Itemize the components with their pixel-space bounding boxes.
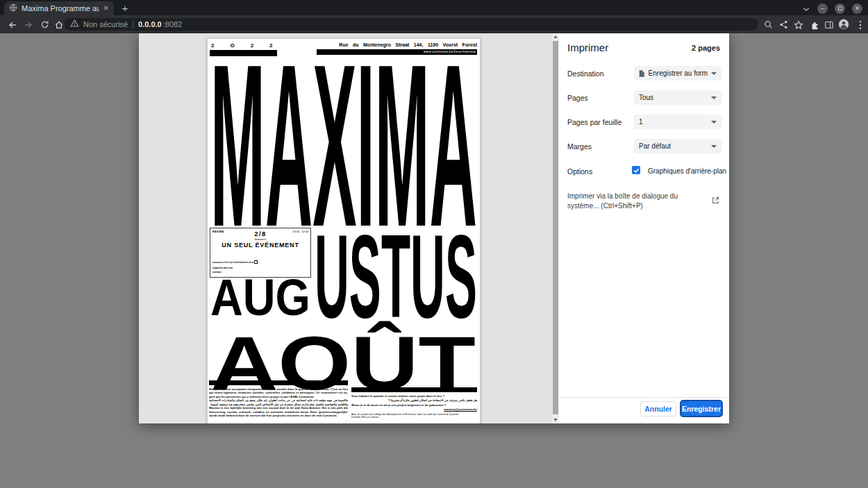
pages-per-sheet-dropdown[interactable]: 1: [634, 115, 721, 129]
event-organizer: organisé par moi: [212, 267, 233, 269]
tab-strip: Maxima Programme aug ✕ + – ✕: [0, 0, 868, 15]
event-description: coucou c'est un événement test: [212, 260, 258, 264]
zoom-icon[interactable]: [762, 19, 774, 30]
menu-overflow-icon[interactable]: [855, 19, 866, 30]
destination-dropdown[interactable]: Enregistrer au format I: [634, 66, 721, 81]
poster-website: www.communa.be/lieux/maxima: [424, 50, 476, 53]
sheet-count: 2 pages: [692, 44, 720, 52]
home-button[interactable]: [53, 19, 65, 30]
external-link-icon: [712, 194, 719, 207]
footer-bar-left: [209, 380, 348, 385]
scroll-up-arrow-icon[interactable]: [553, 35, 558, 38]
close-window-button[interactable]: ✕: [852, 3, 862, 14]
not-secure-warning-icon[interactable]: [70, 18, 79, 31]
poster-address: Rue du Montenegro Straat 144, 1190 Voors…: [312, 42, 477, 47]
check-icon: [633, 167, 640, 174]
url-port: :8082: [163, 20, 183, 28]
new-tab-button[interactable]: +: [118, 1, 132, 15]
system-print-dialog-link[interactable]: Imprimer via la boîte de dialogue du sys…: [567, 192, 694, 210]
contact-email: maxima@communa.be: [351, 407, 477, 412]
background-graphics-checkbox[interactable]: [632, 166, 640, 174]
globe-favicon-icon: [9, 2, 17, 15]
url-host: 0.0.0.0: [138, 20, 162, 28]
poster-website-bar: www.communa.be/lieux/maxima: [317, 49, 477, 55]
browser-tab[interactable]: Maxima Programme aug ✕: [4, 1, 114, 15]
poster-page: 2O22 Rue du Montenegro Straat 144, 1190 …: [207, 38, 481, 423]
about-text-nl: Maxima is een tijdelijke bezetting met e…: [209, 406, 348, 417]
destination-label: Destination: [567, 69, 604, 78]
event-title: UN SEUL ÉVÉNEMENT: [217, 242, 303, 249]
poster-year: 2O22: [211, 42, 289, 49]
window-controls: – ✕: [802, 2, 862, 15]
about-text-fr: Maxima est une occupation temporaire à f…: [209, 387, 348, 398]
share-icon[interactable]: [778, 19, 789, 30]
extensions-puzzle-icon[interactable]: [810, 19, 821, 30]
event-category: concert: [210, 238, 310, 241]
image-placeholder-icon: [254, 260, 258, 264]
chevron-down-icon: [711, 121, 717, 124]
print-preview-area[interactable]: 2O22 Rue du Montenegro Straat 144, 1190 …: [139, 33, 552, 423]
svg-text:USTUS: USTUS: [315, 231, 477, 319]
event-card: MAXIMA 10:00 - 12:00 2/8 concert UN SEUL…: [210, 228, 311, 278]
browser-window: Maxima Programme aug ✕ + – ✕: [0, 0, 868, 488]
cta-column: Vous habitez le quartier et voulez réali…: [351, 394, 477, 419]
maximize-button[interactable]: [835, 3, 845, 14]
svg-text:AUG: AUG: [210, 278, 310, 316]
chevron-down-icon: [711, 145, 717, 148]
footer-divider: [559, 397, 729, 398]
year-underline-bar: [210, 50, 277, 56]
margins-label: Marges: [567, 142, 592, 151]
chevron-down-icon: [711, 96, 717, 99]
browser-toolbar: Non sécurisé | 0.0.0.0 :8082: [0, 15, 868, 33]
footer-bar-right: [351, 387, 477, 392]
reload-button[interactable]: [39, 19, 50, 30]
maximize-icon: [838, 6, 842, 10]
event-date: 2/8: [210, 230, 310, 237]
preview-scrollbar[interactable]: [552, 33, 559, 423]
svg-text:MAXIMA: MAXIMA: [210, 58, 477, 229]
poster-word-aout: AOÛT: [209, 313, 477, 391]
tab-close-icon[interactable]: ✕: [103, 5, 109, 12]
margins-dropdown[interactable]: Par défaut: [634, 139, 721, 153]
address-bar[interactable]: Non sécurisé | 0.0.0.0 :8082: [64, 18, 758, 31]
security-label: Non sécurisé: [83, 20, 128, 28]
event-contact-label: contact :: [212, 271, 223, 274]
pages-per-sheet-value: 1: [639, 118, 643, 126]
print-dialog: Imprimer 2 pages Destination Enregistrer…: [559, 33, 729, 423]
credits-text: Avec le soutien du Collège des Bourgmest…: [351, 413, 462, 420]
page-backdrop: 2O22 Rue du Montenegro Straat 144, 1190 …: [0, 33, 868, 488]
chevron-down-icon: [711, 72, 717, 75]
print-preview-modal: 2O22 Rue du Montenegro Straat 144, 1190 …: [139, 33, 729, 423]
tab-search-chevron-icon[interactable]: [802, 2, 810, 15]
side-panel-icon[interactable]: [824, 19, 835, 30]
pages-value: Tous: [639, 94, 653, 101]
pages-label: Pages: [567, 94, 588, 102]
about-column: Maxima est une occupation temporaire à f…: [209, 387, 348, 418]
pages-per-sheet-label: Pages par feuille: [567, 118, 621, 126]
poster-title-maxima: MAXIMA: [209, 58, 478, 229]
poster-word-ustus: USTUS: [313, 231, 478, 319]
bookmark-star-icon[interactable]: [793, 19, 804, 30]
margins-value: Par défaut: [639, 142, 671, 150]
save-button[interactable]: Enregistrer: [680, 400, 723, 417]
options-label: Options: [567, 167, 592, 176]
dialog-title: Imprimer: [567, 42, 608, 53]
scrollbar-thumb[interactable]: [553, 41, 558, 414]
tab-title: Maxima Programme aug: [22, 4, 99, 12]
profile-avatar[interactable]: [838, 19, 849, 29]
forward-button[interactable]: [23, 19, 34, 30]
minimize-button[interactable]: –: [817, 3, 828, 14]
cancel-button[interactable]: Annuler: [640, 401, 676, 417]
destination-value: Enregistrer au format I: [649, 69, 708, 77]
url-divider: |: [132, 20, 134, 28]
about-text-ar: ماكسيما هي مهنة مؤقتة ذات غاية اجتماعية …: [209, 398, 348, 406]
back-button[interactable]: [7, 19, 18, 30]
scroll-down-arrow-icon[interactable]: [553, 419, 558, 421]
pdf-file-icon: [639, 69, 645, 78]
background-graphics-label: Graphiques d'arrière-plan: [648, 167, 726, 175]
pages-dropdown[interactable]: Tous: [634, 90, 721, 105]
poster-word-aug: AUG: [209, 278, 312, 316]
